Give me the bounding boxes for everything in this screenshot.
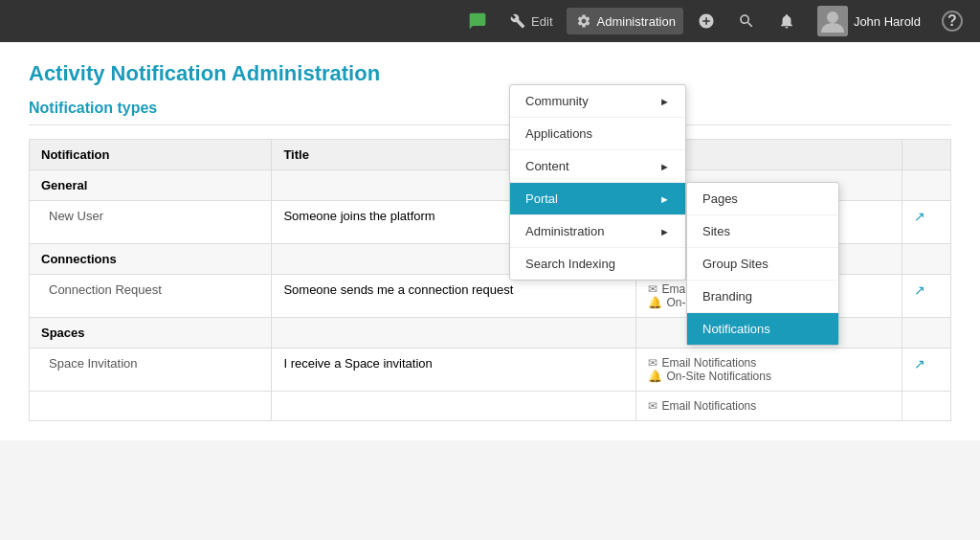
help-nav-item[interactable]: ? bbox=[934, 7, 970, 35]
notification-title: I receive a Space invitation bbox=[272, 349, 635, 392]
edit-link[interactable]: ↗ bbox=[914, 356, 925, 371]
menu-item-portal[interactable]: Portal ► bbox=[510, 183, 685, 215]
help-icon: ? bbox=[942, 11, 963, 32]
user-name: John Harold bbox=[854, 14, 921, 29]
notification-title: Someone sends me a connection request bbox=[272, 275, 635, 318]
bell-icon bbox=[777, 11, 796, 31]
sub-item-group-sites[interactable]: Group Sites bbox=[687, 248, 838, 281]
bell-nav-item[interactable] bbox=[769, 8, 804, 34]
chat-icon bbox=[468, 11, 487, 31]
bell-small-icon: 🔔 bbox=[648, 370, 662, 383]
table-row: Space Invitation I receive a Space invit… bbox=[30, 349, 951, 392]
table-row: ✉ Email Notifications bbox=[30, 392, 951, 421]
notification-details: ✉ Email Notifications bbox=[635, 392, 902, 421]
add-nav-item[interactable] bbox=[689, 8, 724, 34]
arrow-icon: ► bbox=[659, 193, 670, 205]
arrow-icon: ► bbox=[659, 226, 670, 237]
dropdown-sub-menu: Pages Sites Group Sites Branding Notific… bbox=[686, 182, 839, 346]
admin-label: Administration bbox=[597, 14, 676, 29]
search-nav-item[interactable] bbox=[729, 8, 764, 34]
sub-item-notifications[interactable]: Notifications bbox=[687, 313, 838, 345]
notification-name: Space Invitation bbox=[30, 349, 272, 392]
user-nav-item[interactable]: John Harold bbox=[810, 2, 928, 40]
sub-item-branding[interactable]: Branding bbox=[687, 281, 838, 313]
menu-item-applications[interactable]: Applications bbox=[510, 118, 685, 150]
wrench-icon bbox=[508, 11, 527, 31]
add-icon bbox=[697, 11, 716, 31]
admin-nav-item[interactable]: Administration bbox=[567, 8, 683, 34]
group-label: Connections bbox=[30, 244, 272, 275]
arrow-icon: ► bbox=[659, 161, 670, 172]
section-title: Notification types bbox=[29, 100, 951, 125]
edit-link[interactable]: ↗ bbox=[914, 282, 925, 298]
menu-item-administration[interactable]: Administration ► bbox=[510, 215, 685, 248]
page-title: Activity Notification Administration bbox=[29, 61, 951, 86]
col-notification: Notification bbox=[30, 140, 272, 170]
menu-item-search-indexing[interactable]: Search Indexing bbox=[510, 248, 685, 280]
sub-item-sites[interactable]: Sites bbox=[687, 215, 838, 248]
notification-name: New User bbox=[30, 201, 272, 244]
main-content: Activity Notification Administration Not… bbox=[0, 42, 980, 440]
email-icon: ✉ bbox=[648, 399, 657, 413]
avatar bbox=[817, 6, 848, 36]
gear-icon bbox=[574, 11, 593, 31]
notification-name: Connection Request bbox=[30, 275, 272, 318]
edit-label: Edit bbox=[531, 14, 552, 29]
notification-details: ✉ Email Notifications 🔔 On-Site Notifica… bbox=[635, 349, 902, 392]
svg-point-1 bbox=[827, 11, 838, 23]
bell-small-icon: 🔔 bbox=[648, 296, 662, 309]
group-label: General bbox=[30, 170, 272, 201]
arrow-icon: ► bbox=[659, 96, 670, 107]
group-label: Spaces bbox=[30, 318, 272, 349]
edit-link[interactable]: ↗ bbox=[914, 209, 925, 224]
sub-item-pages[interactable]: Pages bbox=[687, 183, 838, 215]
search-icon bbox=[737, 11, 756, 31]
edit-nav-item[interactable]: Edit bbox=[501, 8, 560, 34]
email-icon: ✉ bbox=[648, 282, 657, 296]
email-icon: ✉ bbox=[648, 356, 657, 370]
top-navigation: Edit Administration bbox=[0, 0, 980, 42]
chat-nav-item[interactable] bbox=[460, 8, 495, 34]
admin-dropdown: Community ► Applications Content ► Porta… bbox=[509, 84, 686, 281]
dropdown-main-menu: Community ► Applications Content ► Porta… bbox=[509, 84, 686, 281]
menu-item-content[interactable]: Content ► bbox=[510, 150, 685, 183]
menu-item-community[interactable]: Community ► bbox=[510, 85, 685, 118]
col-actions bbox=[902, 140, 951, 170]
